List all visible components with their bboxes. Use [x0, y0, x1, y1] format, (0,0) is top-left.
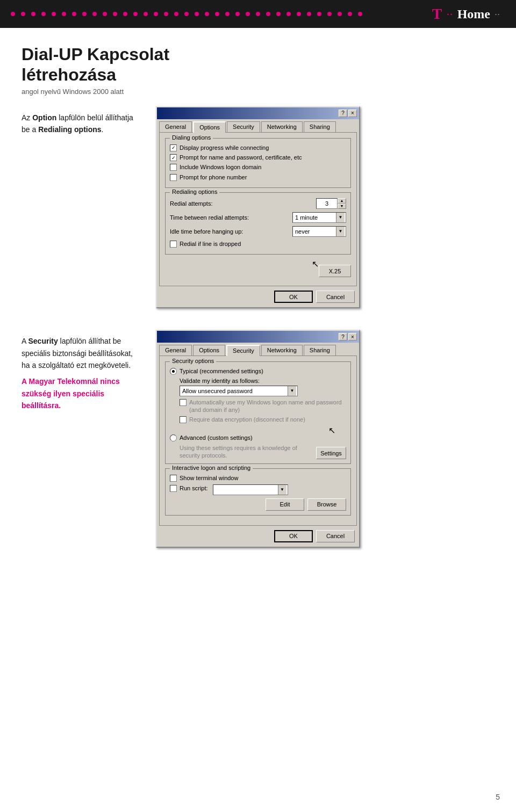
- section2-description: A Security lapfülön állíthat be speciáli…: [22, 335, 140, 371]
- checkbox-include-windows[interactable]: [170, 164, 177, 171]
- tab-options-2[interactable]: Options: [193, 345, 225, 356]
- checkbox-show-terminal[interactable]: [170, 475, 177, 482]
- dot-22: [225, 12, 230, 16]
- dot-34: [348, 12, 352, 16]
- dot-18: [184, 12, 189, 16]
- tab-sharing-1[interactable]: Sharing: [304, 121, 336, 132]
- dot-10: [103, 12, 107, 16]
- dot-29: [297, 12, 301, 16]
- section1-layout: Az Option lapfülön belül állíthatja be a…: [22, 106, 494, 308]
- x25-area: ↖ X.25: [165, 259, 351, 280]
- radio-typical[interactable]: [170, 368, 177, 375]
- tab-networking-2[interactable]: Networking: [261, 345, 303, 356]
- dialog1-titlebar: ? ×: [157, 107, 359, 119]
- validate-section: Validate my identity as follows: Allow u…: [180, 378, 346, 396]
- cursor-icon-1: ↖: [312, 259, 319, 269]
- label-display-progress: Display progress while connecting: [180, 144, 269, 151]
- time-between-label: Time between redial attempts:: [170, 214, 249, 221]
- idle-time-arrow: ▼: [336, 227, 345, 236]
- label-typical: Typical (recommended settings): [180, 367, 263, 375]
- redialing-group-label: Redialing options: [170, 189, 219, 195]
- dialog1-question-btn[interactable]: ?: [339, 110, 347, 117]
- checkbox-display-progress[interactable]: [170, 144, 177, 151]
- cursor-icon-2: ↖: [328, 425, 335, 436]
- dialog2-footer: OK Cancel: [157, 528, 359, 547]
- dialog1-ok-btn[interactable]: OK: [274, 291, 313, 303]
- redial-attempts-spinner[interactable]: ▲ ▼: [316, 198, 346, 209]
- checkbox-prompt-name[interactable]: [170, 154, 177, 161]
- dot-2: [21, 12, 25, 16]
- dot-28: [286, 12, 291, 16]
- security-group-content: Typical (recommended settings) Validate …: [170, 367, 346, 459]
- label-include-windows: Include Windows logon domain: [180, 163, 261, 171]
- tab-sharing-2[interactable]: Sharing: [304, 345, 336, 356]
- interactive-group-content: Show terminal window Run script: ▼: [170, 474, 346, 510]
- dot-14: [144, 12, 148, 16]
- dot-11: [113, 12, 117, 16]
- redial-attempts-input[interactable]: [316, 198, 338, 209]
- tab-security-1[interactable]: Security: [227, 121, 260, 132]
- title-line1: Dial-UP Kapcsolat: [22, 45, 169, 64]
- settings-button[interactable]: Settings: [316, 447, 346, 459]
- radio-advanced[interactable]: [170, 434, 177, 441]
- dot-7: [72, 12, 76, 16]
- tab-options-1[interactable]: Options: [193, 121, 226, 133]
- dot-33: [338, 12, 342, 16]
- validate-value: Allow unsecured password: [181, 388, 288, 394]
- validate-label: Validate my identity as follows:: [180, 378, 346, 384]
- dot-31: [317, 12, 321, 16]
- spinner-up[interactable]: ▲: [338, 198, 346, 204]
- x25-button[interactable]: X.25: [319, 265, 351, 277]
- page-number: 5: [496, 793, 500, 801]
- dot-15: [154, 12, 158, 16]
- section2-layout: A Security lapfülön állíthat be speciáli…: [22, 330, 494, 547]
- validate-select[interactable]: Allow unsecured password ▼: [180, 386, 298, 396]
- dot-1: [11, 12, 15, 16]
- time-between-arrow: ▼: [336, 213, 345, 222]
- interactive-logon-group: Interactive logon and scripting Show ter…: [165, 468, 351, 515]
- dialog2-cancel-btn[interactable]: Cancel: [316, 530, 355, 542]
- dialog2-close-btn[interactable]: ×: [348, 333, 357, 340]
- checkbox-redial-dropped[interactable]: [170, 241, 177, 248]
- tab-security-2[interactable]: Security: [226, 345, 260, 356]
- spinner-down[interactable]: ▼: [338, 204, 346, 209]
- dialog1-footer: OK Cancel: [157, 288, 359, 307]
- header-logo: T ·· Home ··: [432, 5, 500, 23]
- idle-time-select[interactable]: never ▼: [292, 226, 346, 237]
- page-subtitle: angol nyelvű Windows 2000 alatt: [22, 88, 494, 96]
- checkbox-prompt-phone[interactable]: [170, 174, 177, 181]
- dialog2-question-btn[interactable]: ?: [339, 333, 347, 340]
- idle-time-row: Idle time before hanging up: never ▼: [170, 226, 346, 237]
- advanced-desc-row: Using these settings requires a knowledg…: [180, 444, 346, 460]
- dot-6: [62, 12, 66, 16]
- tab-general-2[interactable]: General: [159, 345, 192, 356]
- dialog1-close-btn[interactable]: ×: [348, 110, 357, 117]
- edit-button[interactable]: Edit: [266, 498, 304, 511]
- dot-26: [266, 12, 270, 16]
- label-show-terminal: Show terminal window: [180, 474, 238, 482]
- dot-8: [82, 12, 87, 16]
- redial-attempts-label: Redial attempts:: [170, 200, 212, 207]
- cursor-area-2: ↖: [170, 425, 346, 434]
- tab-general-1[interactable]: General: [159, 121, 192, 132]
- time-between-select[interactable]: 1 minute ▼: [292, 212, 346, 223]
- header: T ·· Home ··: [0, 0, 516, 28]
- dialog2-ok-btn[interactable]: OK: [274, 530, 313, 542]
- tab-networking-1[interactable]: Networking: [261, 121, 303, 132]
- run-script-select[interactable]: ▼: [213, 484, 288, 495]
- interactive-group-label: Interactive logon and scripting: [170, 465, 253, 471]
- page-title: Dial-UP Kapcsolat létrehozása: [22, 44, 494, 85]
- title-line2: létrehozása: [22, 65, 116, 84]
- dot-20: [205, 12, 209, 16]
- dot-4: [41, 12, 46, 16]
- security-bold: Security: [28, 337, 58, 345]
- redialing-group-content: Redial attempts: ▲ ▼ Ti: [170, 198, 346, 248]
- dialog1-cancel-btn[interactable]: Cancel: [316, 291, 355, 303]
- checkbox-run-script[interactable]: [170, 485, 177, 492]
- idle-time-label: Idle time before hanging up:: [170, 228, 243, 235]
- dot-12: [123, 12, 127, 16]
- browse-button[interactable]: Browse: [307, 498, 346, 511]
- checkbox-auto-windows[interactable]: [180, 399, 187, 406]
- check-include-windows: Include Windows logon domain: [170, 163, 346, 171]
- checkbox-require-encrypt[interactable]: [180, 416, 187, 423]
